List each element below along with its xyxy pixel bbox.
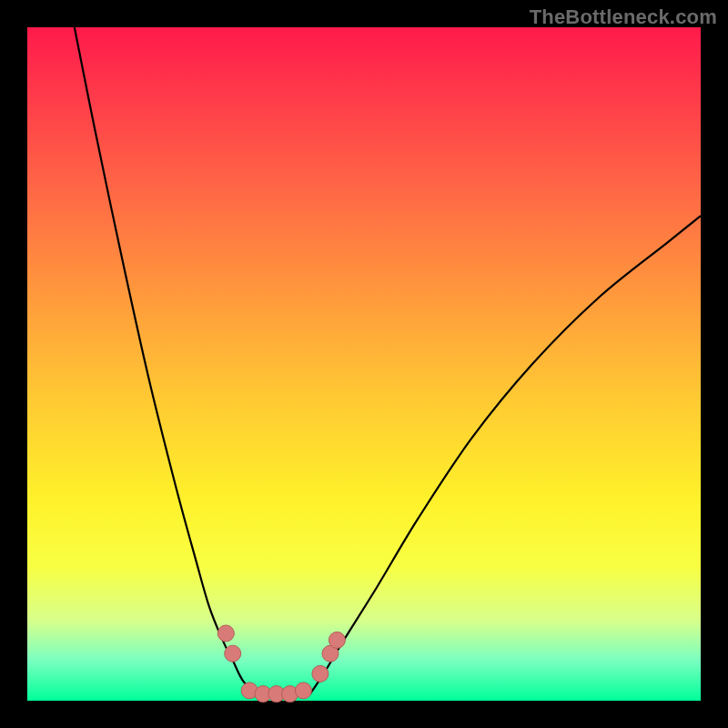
plot-area: [27, 27, 701, 701]
marker-point: [312, 665, 329, 682]
marker-point: [295, 682, 311, 699]
marker-point: [225, 645, 241, 662]
curve-markers: [217, 625, 345, 703]
curve-layer: [27, 27, 701, 701]
left-curve: [75, 27, 257, 694]
marker-point: [217, 625, 234, 642]
chart-frame: TheBottleneck.com: [0, 0, 728, 728]
marker-point: [329, 632, 345, 648]
watermark-text: TheBottleneck.com: [530, 5, 717, 29]
right-curve: [310, 216, 701, 693]
